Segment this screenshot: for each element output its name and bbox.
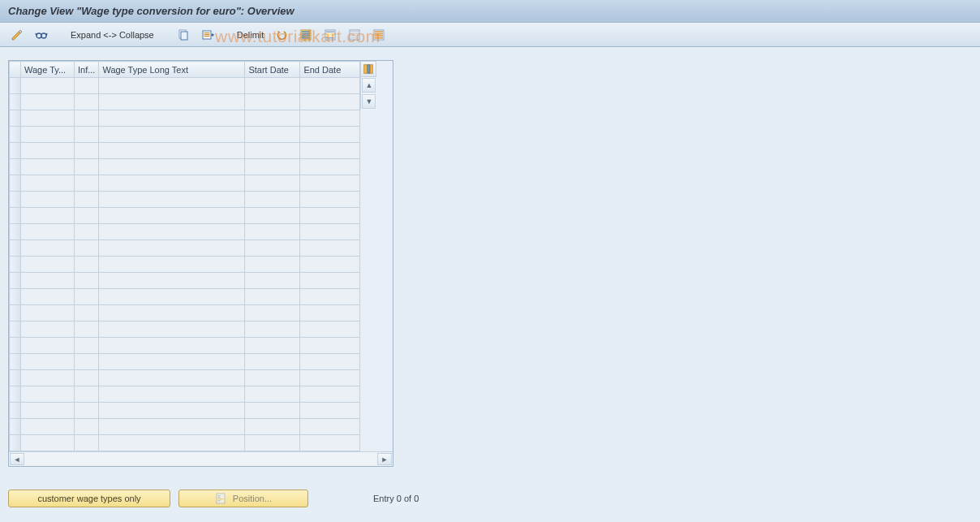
grid-cell[interactable] bbox=[245, 240, 300, 257]
grid-cell[interactable] bbox=[300, 289, 360, 305]
row-selector[interactable] bbox=[10, 240, 21, 257]
grid-cell[interactable] bbox=[75, 110, 99, 127]
row-selector[interactable] bbox=[10, 403, 21, 419]
grid-cell[interactable] bbox=[99, 110, 245, 127]
deselect-all-button[interactable] bbox=[344, 26, 365, 44]
grid-cell[interactable] bbox=[75, 143, 99, 159]
table-row[interactable] bbox=[10, 289, 360, 305]
grid-cell[interactable] bbox=[75, 192, 99, 208]
row-selector[interactable] bbox=[10, 289, 21, 305]
grid-cell[interactable] bbox=[21, 192, 75, 208]
grid-cell[interactable] bbox=[99, 257, 245, 273]
table-row[interactable] bbox=[10, 159, 360, 175]
grid-cell[interactable] bbox=[300, 403, 360, 419]
grid-cell[interactable] bbox=[300, 386, 360, 403]
grid-cell[interactable] bbox=[300, 143, 360, 159]
select-block-button[interactable] bbox=[320, 26, 341, 44]
row-selector[interactable] bbox=[10, 321, 21, 338]
table-row[interactable] bbox=[10, 419, 360, 435]
grid-cell[interactable] bbox=[21, 338, 75, 354]
grid-cell[interactable] bbox=[245, 224, 300, 240]
row-selector[interactable] bbox=[10, 386, 21, 403]
table-row[interactable] bbox=[10, 78, 360, 94]
grid-cell[interactable] bbox=[21, 143, 75, 159]
grid-cell[interactable] bbox=[300, 354, 360, 370]
grid-cell[interactable] bbox=[21, 273, 75, 289]
table-row[interactable] bbox=[10, 240, 360, 257]
scroll-right-button[interactable]: ► bbox=[377, 453, 392, 465]
grid-cell[interactable] bbox=[21, 257, 75, 273]
grid-cell[interactable] bbox=[99, 192, 245, 208]
grid-cell[interactable] bbox=[300, 175, 360, 192]
table-row[interactable] bbox=[10, 143, 360, 159]
details-button[interactable] bbox=[31, 26, 52, 44]
grid-cell[interactable] bbox=[99, 273, 245, 289]
row-selector-header[interactable] bbox=[10, 62, 21, 78]
grid-cell[interactable] bbox=[99, 419, 245, 435]
col-header-start-date[interactable]: Start Date bbox=[245, 62, 300, 78]
grid-cell[interactable] bbox=[245, 338, 300, 354]
grid-cell[interactable] bbox=[245, 289, 300, 305]
row-selector[interactable] bbox=[10, 143, 21, 159]
grid-cell[interactable] bbox=[21, 321, 75, 338]
grid-cell[interactable] bbox=[75, 386, 99, 403]
grid-cell[interactable] bbox=[245, 403, 300, 419]
row-selector[interactable] bbox=[10, 175, 21, 192]
grid-cell[interactable] bbox=[245, 435, 300, 451]
row-selector[interactable] bbox=[10, 208, 21, 224]
grid-cell[interactable] bbox=[21, 403, 75, 419]
scroll-down-button[interactable]: ▼ bbox=[362, 94, 376, 109]
hscroll-track[interactable] bbox=[25, 452, 376, 466]
grid-cell[interactable] bbox=[21, 240, 75, 257]
grid-cell[interactable] bbox=[99, 240, 245, 257]
grid-cell[interactable] bbox=[245, 257, 300, 273]
customer-wage-types-button[interactable]: customer wage types only bbox=[8, 490, 170, 507]
grid-cell[interactable] bbox=[99, 94, 245, 110]
table-row[interactable] bbox=[10, 94, 360, 110]
grid-cell[interactable] bbox=[300, 419, 360, 435]
table-settings-button[interactable] bbox=[368, 26, 389, 44]
grid-cell[interactable] bbox=[245, 127, 300, 143]
grid-cell[interactable] bbox=[245, 192, 300, 208]
grid-cell[interactable] bbox=[75, 403, 99, 419]
table-row[interactable] bbox=[10, 403, 360, 419]
grid-cell[interactable] bbox=[300, 78, 360, 94]
grid-cell[interactable] bbox=[99, 143, 245, 159]
grid-cell[interactable] bbox=[99, 321, 245, 338]
table-row[interactable] bbox=[10, 338, 360, 354]
grid-cell[interactable] bbox=[21, 305, 75, 321]
grid-cell[interactable] bbox=[99, 78, 245, 94]
row-selector[interactable] bbox=[10, 94, 21, 110]
grid-cell[interactable] bbox=[99, 354, 245, 370]
table-row[interactable] bbox=[10, 273, 360, 289]
horizontal-scrollbar[interactable]: ◄ ► bbox=[9, 451, 393, 466]
undo-button[interactable] bbox=[271, 26, 292, 44]
row-selector[interactable] bbox=[10, 224, 21, 240]
grid-cell[interactable] bbox=[21, 224, 75, 240]
vertical-scrollbar[interactable]: ▲ ▼ bbox=[360, 77, 376, 110]
grid-cell[interactable] bbox=[99, 435, 245, 451]
table-row[interactable] bbox=[10, 257, 360, 273]
grid-cell[interactable] bbox=[21, 435, 75, 451]
position-button[interactable]: Position... bbox=[178, 490, 308, 507]
expand-collapse-button[interactable]: Expand <-> Collapse bbox=[67, 26, 158, 44]
grid-cell[interactable] bbox=[300, 110, 360, 127]
grid-cell[interactable] bbox=[245, 273, 300, 289]
row-selector[interactable] bbox=[10, 338, 21, 354]
row-selector[interactable] bbox=[10, 159, 21, 175]
grid-cell[interactable] bbox=[300, 305, 360, 321]
grid-cell[interactable] bbox=[245, 110, 300, 127]
grid-cell[interactable] bbox=[245, 159, 300, 175]
grid-cell[interactable] bbox=[245, 208, 300, 224]
grid-cell[interactable] bbox=[245, 386, 300, 403]
grid-cell[interactable] bbox=[75, 419, 99, 435]
grid-cell[interactable] bbox=[300, 370, 360, 386]
row-selector[interactable] bbox=[10, 127, 21, 143]
grid-cell[interactable] bbox=[245, 321, 300, 338]
table-row[interactable] bbox=[10, 175, 360, 192]
table-row[interactable] bbox=[10, 224, 360, 240]
grid-cell[interactable] bbox=[75, 94, 99, 110]
grid-cell[interactable] bbox=[75, 370, 99, 386]
grid-cell[interactable] bbox=[99, 127, 245, 143]
grid-cell[interactable] bbox=[21, 354, 75, 370]
